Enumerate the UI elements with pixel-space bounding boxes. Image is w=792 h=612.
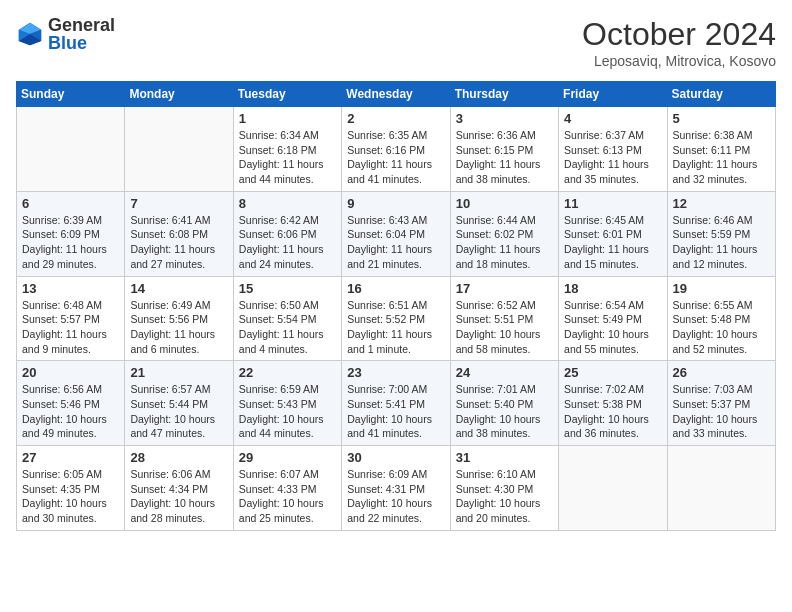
day-info: Sunrise: 6:54 AM Sunset: 5:49 PM Dayligh… <box>564 298 661 357</box>
table-row: 28Sunrise: 6:06 AM Sunset: 4:34 PM Dayli… <box>125 446 233 531</box>
logo-blue-text: Blue <box>48 34 115 52</box>
col-wednesday: Wednesday <box>342 82 450 107</box>
table-row: 17Sunrise: 6:52 AM Sunset: 5:51 PM Dayli… <box>450 276 558 361</box>
day-info: Sunrise: 6:59 AM Sunset: 5:43 PM Dayligh… <box>239 382 336 441</box>
day-info: Sunrise: 7:01 AM Sunset: 5:40 PM Dayligh… <box>456 382 553 441</box>
day-info: Sunrise: 6:52 AM Sunset: 5:51 PM Dayligh… <box>456 298 553 357</box>
day-info: Sunrise: 6:55 AM Sunset: 5:48 PM Dayligh… <box>673 298 770 357</box>
day-info: Sunrise: 7:03 AM Sunset: 5:37 PM Dayligh… <box>673 382 770 441</box>
day-number: 7 <box>130 196 227 211</box>
day-number: 26 <box>673 365 770 380</box>
day-number: 24 <box>456 365 553 380</box>
day-number: 20 <box>22 365 119 380</box>
day-info: Sunrise: 6:51 AM Sunset: 5:52 PM Dayligh… <box>347 298 444 357</box>
day-info: Sunrise: 6:56 AM Sunset: 5:46 PM Dayligh… <box>22 382 119 441</box>
day-number: 17 <box>456 281 553 296</box>
page-header: General Blue October 2024 Leposaviq, Mit… <box>16 16 776 69</box>
col-sunday: Sunday <box>17 82 125 107</box>
day-number: 18 <box>564 281 661 296</box>
day-number: 23 <box>347 365 444 380</box>
table-row: 31Sunrise: 6:10 AM Sunset: 4:30 PM Dayli… <box>450 446 558 531</box>
table-row: 15Sunrise: 6:50 AM Sunset: 5:54 PM Dayli… <box>233 276 341 361</box>
day-info: Sunrise: 6:38 AM Sunset: 6:11 PM Dayligh… <box>673 128 770 187</box>
day-number: 28 <box>130 450 227 465</box>
day-info: Sunrise: 6:09 AM Sunset: 4:31 PM Dayligh… <box>347 467 444 526</box>
day-info: Sunrise: 6:44 AM Sunset: 6:02 PM Dayligh… <box>456 213 553 272</box>
table-row: 20Sunrise: 6:56 AM Sunset: 5:46 PM Dayli… <box>17 361 125 446</box>
day-info: Sunrise: 6:05 AM Sunset: 4:35 PM Dayligh… <box>22 467 119 526</box>
location: Leposaviq, Mitrovica, Kosovo <box>582 53 776 69</box>
day-number: 11 <box>564 196 661 211</box>
day-info: Sunrise: 6:36 AM Sunset: 6:15 PM Dayligh… <box>456 128 553 187</box>
day-number: 2 <box>347 111 444 126</box>
day-info: Sunrise: 6:34 AM Sunset: 6:18 PM Dayligh… <box>239 128 336 187</box>
table-row: 13Sunrise: 6:48 AM Sunset: 5:57 PM Dayli… <box>17 276 125 361</box>
calendar-week-row: 27Sunrise: 6:05 AM Sunset: 4:35 PM Dayli… <box>17 446 776 531</box>
table-row: 11Sunrise: 6:45 AM Sunset: 6:01 PM Dayli… <box>559 191 667 276</box>
table-row: 10Sunrise: 6:44 AM Sunset: 6:02 PM Dayli… <box>450 191 558 276</box>
calendar-header-row: Sunday Monday Tuesday Wednesday Thursday… <box>17 82 776 107</box>
day-info: Sunrise: 7:02 AM Sunset: 5:38 PM Dayligh… <box>564 382 661 441</box>
calendar-week-row: 20Sunrise: 6:56 AM Sunset: 5:46 PM Dayli… <box>17 361 776 446</box>
day-number: 6 <box>22 196 119 211</box>
day-info: Sunrise: 6:45 AM Sunset: 6:01 PM Dayligh… <box>564 213 661 272</box>
table-row: 4Sunrise: 6:37 AM Sunset: 6:13 PM Daylig… <box>559 107 667 192</box>
day-number: 22 <box>239 365 336 380</box>
day-number: 8 <box>239 196 336 211</box>
day-number: 29 <box>239 450 336 465</box>
day-info: Sunrise: 6:50 AM Sunset: 5:54 PM Dayligh… <box>239 298 336 357</box>
day-info: Sunrise: 6:37 AM Sunset: 6:13 PM Dayligh… <box>564 128 661 187</box>
month-title: October 2024 <box>582 16 776 53</box>
table-row: 1Sunrise: 6:34 AM Sunset: 6:18 PM Daylig… <box>233 107 341 192</box>
day-info: Sunrise: 6:10 AM Sunset: 4:30 PM Dayligh… <box>456 467 553 526</box>
col-monday: Monday <box>125 82 233 107</box>
day-info: Sunrise: 6:46 AM Sunset: 5:59 PM Dayligh… <box>673 213 770 272</box>
table-row: 8Sunrise: 6:42 AM Sunset: 6:06 PM Daylig… <box>233 191 341 276</box>
day-info: Sunrise: 6:39 AM Sunset: 6:09 PM Dayligh… <box>22 213 119 272</box>
table-row: 30Sunrise: 6:09 AM Sunset: 4:31 PM Dayli… <box>342 446 450 531</box>
table-row <box>667 446 775 531</box>
day-info: Sunrise: 6:41 AM Sunset: 6:08 PM Dayligh… <box>130 213 227 272</box>
table-row: 25Sunrise: 7:02 AM Sunset: 5:38 PM Dayli… <box>559 361 667 446</box>
day-number: 9 <box>347 196 444 211</box>
day-info: Sunrise: 6:49 AM Sunset: 5:56 PM Dayligh… <box>130 298 227 357</box>
table-row: 23Sunrise: 7:00 AM Sunset: 5:41 PM Dayli… <box>342 361 450 446</box>
day-number: 14 <box>130 281 227 296</box>
logo-text: General Blue <box>48 16 115 52</box>
day-number: 27 <box>22 450 119 465</box>
col-thursday: Thursday <box>450 82 558 107</box>
table-row <box>559 446 667 531</box>
table-row: 7Sunrise: 6:41 AM Sunset: 6:08 PM Daylig… <box>125 191 233 276</box>
table-row: 14Sunrise: 6:49 AM Sunset: 5:56 PM Dayli… <box>125 276 233 361</box>
day-number: 30 <box>347 450 444 465</box>
table-row: 16Sunrise: 6:51 AM Sunset: 5:52 PM Dayli… <box>342 276 450 361</box>
day-info: Sunrise: 7:00 AM Sunset: 5:41 PM Dayligh… <box>347 382 444 441</box>
day-number: 5 <box>673 111 770 126</box>
table-row: 9Sunrise: 6:43 AM Sunset: 6:04 PM Daylig… <box>342 191 450 276</box>
day-info: Sunrise: 6:07 AM Sunset: 4:33 PM Dayligh… <box>239 467 336 526</box>
day-number: 15 <box>239 281 336 296</box>
table-row: 3Sunrise: 6:36 AM Sunset: 6:15 PM Daylig… <box>450 107 558 192</box>
table-row: 22Sunrise: 6:59 AM Sunset: 5:43 PM Dayli… <box>233 361 341 446</box>
table-row: 27Sunrise: 6:05 AM Sunset: 4:35 PM Dayli… <box>17 446 125 531</box>
day-info: Sunrise: 6:35 AM Sunset: 6:16 PM Dayligh… <box>347 128 444 187</box>
calendar-week-row: 1Sunrise: 6:34 AM Sunset: 6:18 PM Daylig… <box>17 107 776 192</box>
logo-icon <box>16 20 44 48</box>
day-number: 19 <box>673 281 770 296</box>
day-number: 1 <box>239 111 336 126</box>
day-info: Sunrise: 6:57 AM Sunset: 5:44 PM Dayligh… <box>130 382 227 441</box>
col-tuesday: Tuesday <box>233 82 341 107</box>
title-block: October 2024 Leposaviq, Mitrovica, Kosov… <box>582 16 776 69</box>
calendar-week-row: 13Sunrise: 6:48 AM Sunset: 5:57 PM Dayli… <box>17 276 776 361</box>
logo: General Blue <box>16 16 115 52</box>
table-row: 29Sunrise: 6:07 AM Sunset: 4:33 PM Dayli… <box>233 446 341 531</box>
table-row <box>17 107 125 192</box>
day-number: 25 <box>564 365 661 380</box>
calendar-table: Sunday Monday Tuesday Wednesday Thursday… <box>16 81 776 531</box>
calendar-week-row: 6Sunrise: 6:39 AM Sunset: 6:09 PM Daylig… <box>17 191 776 276</box>
day-number: 13 <box>22 281 119 296</box>
table-row: 12Sunrise: 6:46 AM Sunset: 5:59 PM Dayli… <box>667 191 775 276</box>
col-saturday: Saturday <box>667 82 775 107</box>
table-row: 24Sunrise: 7:01 AM Sunset: 5:40 PM Dayli… <box>450 361 558 446</box>
day-number: 3 <box>456 111 553 126</box>
